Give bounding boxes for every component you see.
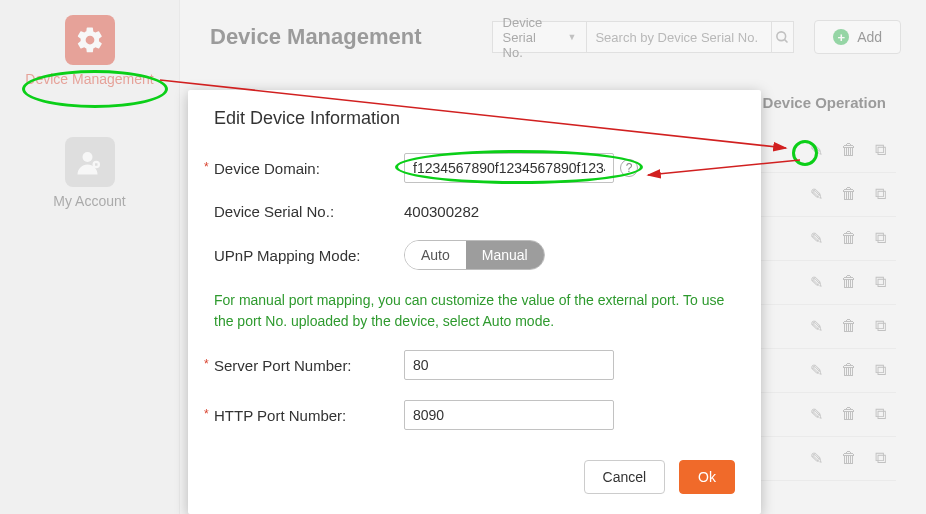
edit-device-modal: Edit Device Information Device Domain: ?…: [188, 90, 761, 514]
device-serial-value: 400300282: [404, 203, 479, 220]
device-serial-label: Device Serial No.:: [214, 203, 404, 220]
server-port-input[interactable]: [404, 350, 614, 380]
server-port-label: Server Port Number:: [214, 357, 404, 374]
form-row-serial: Device Serial No.: 400300282: [214, 203, 735, 220]
ok-button[interactable]: Ok: [679, 460, 735, 494]
modal-title: Edit Device Information: [214, 108, 735, 129]
upnp-manual-option[interactable]: Manual: [466, 241, 544, 269]
http-port-input[interactable]: [404, 400, 614, 430]
upnp-auto-option[interactable]: Auto: [405, 241, 466, 269]
device-domain-label: Device Domain:: [214, 160, 404, 177]
upnp-hint-text: For manual port mapping, you can customi…: [214, 290, 735, 332]
upnp-toggle[interactable]: Auto Manual: [404, 240, 545, 270]
http-port-label: HTTP Port Number:: [214, 407, 404, 424]
form-row-server-port: Server Port Number:: [214, 350, 735, 380]
form-row-upnp: UPnP Mapping Mode: Auto Manual: [214, 240, 735, 270]
form-row-http-port: HTTP Port Number:: [214, 400, 735, 430]
form-row-domain: Device Domain: ?: [214, 153, 735, 183]
modal-footer: Cancel Ok: [214, 460, 735, 494]
help-icon[interactable]: ?: [620, 159, 638, 177]
upnp-label: UPnP Mapping Mode:: [214, 247, 404, 264]
device-domain-input[interactable]: [404, 153, 614, 183]
cancel-button[interactable]: Cancel: [584, 460, 666, 494]
